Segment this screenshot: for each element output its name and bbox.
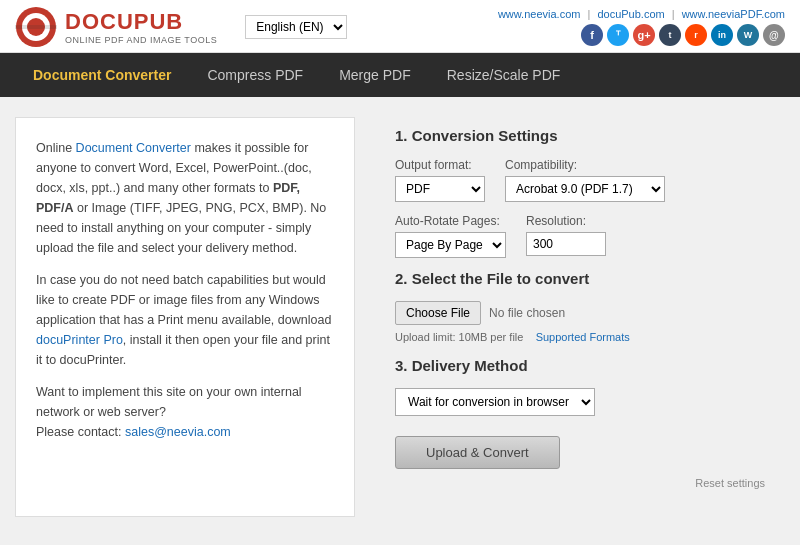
header-top: DOCUPUB ONLINE PDF AND IMAGE TOOLS Engli…	[0, 0, 800, 53]
right-panel: 1. Conversion Settings Output format: PD…	[375, 117, 785, 517]
file-section: Choose File No file chosen Upload limit:…	[395, 301, 765, 343]
sales-email-link[interactable]: sales@neevia.com	[125, 425, 231, 439]
logo-text: DOCUPUB ONLINE PDF AND IMAGE TOOLS	[65, 9, 217, 45]
docupub-link[interactable]: docuPub.com	[597, 8, 664, 20]
content-area: Online Document Converter makes it possi…	[0, 97, 800, 537]
file-row: Choose File No file chosen	[395, 301, 765, 325]
resolution-group: Resolution:	[526, 214, 606, 256]
neeviapdf-link[interactable]: www.neeviaPDF.com	[682, 8, 785, 20]
reddit-icon[interactable]: r	[685, 24, 707, 46]
social-icons: f ᵀ g+ t r in W @	[581, 24, 785, 46]
rotate-resolution-row: Auto-Rotate Pages: Page By Page None All…	[395, 214, 765, 258]
delivery-method-select[interactable]: Wait for conversion in browser Email Dow…	[395, 388, 595, 416]
nav-document-converter[interactable]: Document Converter	[15, 55, 189, 95]
tumblr-icon[interactable]: t	[659, 24, 681, 46]
compatibility-label: Compatibility:	[505, 158, 665, 172]
nav-bar: Document Converter Compress PDF Merge PD…	[0, 53, 800, 97]
neevia-link[interactable]: www.neevia.com	[498, 8, 581, 20]
intro-paragraph-3: Want to implement this site on your own …	[36, 382, 334, 442]
facebook-icon[interactable]: f	[581, 24, 603, 46]
output-format-group: Output format: PDF PDF/A TIFF JPEG PNG P…	[395, 158, 485, 202]
nav-merge-pdf[interactable]: Merge PDF	[321, 55, 429, 95]
nav-resize-pdf[interactable]: Resize/Scale PDF	[429, 55, 579, 95]
output-format-select[interactable]: PDF PDF/A TIFF JPEG PNG PCX BMP	[395, 176, 485, 202]
logo-area: DOCUPUB ONLINE PDF AND IMAGE TOOLS Engli…	[15, 6, 347, 48]
nav-compress-pdf[interactable]: Compress PDF	[189, 55, 321, 95]
logo-title: DOCUPUB	[65, 9, 217, 35]
reset-settings-link[interactable]: Reset settings	[395, 477, 765, 489]
svg-rect-3	[15, 25, 57, 29]
auto-rotate-group: Auto-Rotate Pages: Page By Page None All	[395, 214, 506, 258]
linkedin-icon[interactable]: in	[711, 24, 733, 46]
conversion-settings-title: 1. Conversion Settings	[395, 127, 765, 144]
google-plus-icon[interactable]: g+	[633, 24, 655, 46]
intro-paragraph-2: In case you do not need batch capabiliti…	[36, 270, 334, 370]
resolution-label: Resolution:	[526, 214, 606, 228]
format-compatibility-row: Output format: PDF PDF/A TIFF JPEG PNG P…	[395, 158, 765, 202]
left-panel: Online Document Converter makes it possi…	[15, 117, 355, 517]
delivery-section-title: 3. Delivery Method	[395, 357, 765, 374]
language-selector[interactable]: English (EN)	[245, 15, 347, 39]
wordpress-icon[interactable]: W	[737, 24, 759, 46]
output-format-label: Output format:	[395, 158, 485, 172]
logo-icon	[15, 6, 57, 48]
upload-limit-text: Upload limit: 10MB per file	[395, 331, 523, 343]
file-section-title: 2. Select the File to convert	[395, 270, 765, 287]
upload-convert-button[interactable]: Upload & Convert	[395, 436, 560, 469]
intro-paragraph-1: Online Document Converter makes it possi…	[36, 138, 334, 258]
compatibility-select[interactable]: Acrobat 9.0 (PDF 1.7) Acrobat 8.0 (PDF 1…	[505, 176, 665, 202]
docuprinter-link[interactable]: docuPrinter Pro	[36, 333, 123, 347]
twitter-icon[interactable]: ᵀ	[607, 24, 629, 46]
compatibility-group: Compatibility: Acrobat 9.0 (PDF 1.7) Acr…	[505, 158, 665, 202]
logo-subtitle: ONLINE PDF AND IMAGE TOOLS	[65, 35, 217, 45]
supported-formats-link[interactable]: Supported Formats	[536, 331, 630, 343]
delivery-select-row: Wait for conversion in browser Email Dow…	[395, 388, 765, 416]
resolution-input[interactable]	[526, 232, 606, 256]
choose-file-button[interactable]: Choose File	[395, 301, 481, 325]
doc-converter-link[interactable]: Document Converter	[76, 141, 191, 155]
actions-area: Upload & Convert Reset settings	[395, 436, 765, 489]
header-right: www.neevia.com | docuPub.com | www.neevi…	[498, 8, 785, 46]
upload-info: Upload limit: 10MB per file Supported Fo…	[395, 331, 765, 343]
file-chosen-text: No file chosen	[489, 306, 565, 320]
language-dropdown[interactable]: English (EN)	[245, 15, 347, 39]
header-links: www.neevia.com | docuPub.com | www.neevi…	[498, 8, 785, 20]
email-icon[interactable]: @	[763, 24, 785, 46]
auto-rotate-label: Auto-Rotate Pages:	[395, 214, 506, 228]
auto-rotate-select[interactable]: Page By Page None All	[395, 232, 506, 258]
